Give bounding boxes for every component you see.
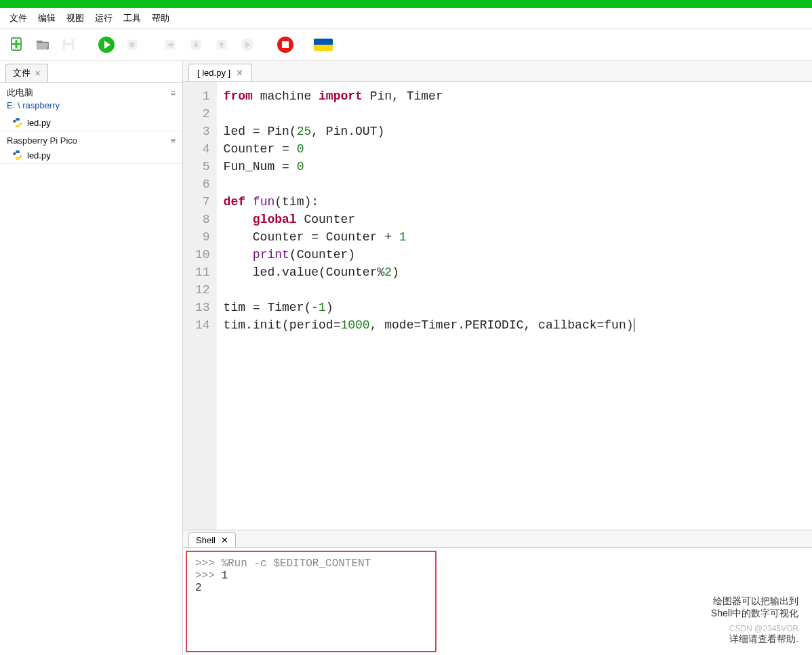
info-line: 绘图器可以把输出到 — [453, 595, 798, 608]
main-pane: [ led.py ] ✕ 1234567891011121314 from ma… — [183, 61, 812, 655]
python-file-icon — [12, 150, 23, 161]
menu-icon[interactable]: ≡ — [170, 88, 176, 98]
close-icon[interactable]: ✕ — [221, 535, 228, 545]
svg-point-6 — [129, 42, 134, 47]
line-gutter: 1234567891011121314 — [183, 82, 217, 530]
ukraine-flag-icon — [314, 39, 333, 51]
info-line: 详细请查看帮助. — [453, 633, 798, 646]
file-name: led.py — [27, 118, 51, 128]
stop-button[interactable] — [275, 35, 296, 55]
workarea: 文件 ✕ 此电脑 ≡ E: \ raspberry — [0, 61, 812, 655]
filegroup-title: Raspberry Pi Pico — [7, 135, 77, 146]
menu-tools[interactable]: 工具 — [119, 11, 145, 26]
resume-button[interactable] — [237, 35, 258, 55]
close-icon[interactable]: ✕ — [236, 68, 243, 78]
menu-run[interactable]: 运行 — [91, 11, 117, 26]
editor-tab-label: [ led.py ] — [197, 68, 230, 78]
titlebar — [0, 0, 812, 8]
toolbar — [0, 29, 812, 61]
step-into-button[interactable] — [186, 35, 206, 55]
step-out-button[interactable] — [211, 35, 232, 55]
shell-tab-label: Shell — [196, 535, 216, 545]
editor-tab[interactable]: [ led.py ] ✕ — [188, 64, 252, 81]
sidebar-tab-files[interactable]: 文件 ✕ — [5, 64, 48, 82]
svg-rect-12 — [282, 41, 289, 48]
shell-output[interactable]: >>> %Run -c $EDITOR_CONTENT>>> 1 2 — [186, 551, 437, 652]
code-area[interactable]: from machine import Pin, Timer led = Pin… — [217, 82, 634, 530]
menu-help[interactable]: 帮助 — [148, 11, 174, 26]
python-file-icon — [12, 117, 23, 128]
svg-rect-2 — [65, 39, 71, 43]
menubar: 文件 编辑 视图 运行 工具 帮助 — [0, 8, 812, 29]
file-item[interactable]: led.py — [0, 147, 182, 163]
close-icon[interactable]: ✕ — [35, 69, 41, 78]
debug-button[interactable] — [122, 35, 142, 55]
file-item[interactable]: led.py — [0, 114, 182, 131]
shell-tab[interactable]: Shell ✕ — [188, 532, 236, 547]
support-ukraine-button[interactable] — [313, 35, 333, 55]
filegroup-title: 此电脑 — [7, 87, 33, 99]
menu-icon[interactable]: ≡ — [170, 135, 176, 146]
save-button[interactable] — [58, 35, 79, 55]
watermark: CSDN @2345VOR — [453, 624, 798, 633]
info-line: Shell中的数字可视化 — [453, 608, 798, 620]
step-over-button[interactable] — [160, 35, 180, 55]
sidebar: 文件 ✕ 此电脑 ≡ E: \ raspberry — [0, 61, 183, 655]
sidebar-tab-label: 文件 — [13, 67, 31, 79]
open-file-button[interactable] — [33, 35, 53, 55]
bottom-pane: Shell ✕ >>> %Run -c $EDITOR_CONTENT>>> 1… — [183, 530, 812, 655]
menu-edit[interactable]: 编辑 — [34, 11, 60, 26]
svg-rect-3 — [65, 45, 73, 50]
filegroup-path[interactable]: E: \ raspberry — [0, 100, 182, 114]
new-file-button[interactable] — [7, 35, 27, 55]
app-window: 文件 编辑 视图 运行 工具 帮助 — [0, 0, 812, 655]
run-button[interactable] — [96, 35, 117, 55]
info-pane: 绘图器可以把输出到 Shell中的数字可视化 CSDN @2345VOR 详细请… — [439, 548, 812, 655]
file-list: 此电脑 ≡ E: \ raspberry led.py — [0, 83, 182, 655]
file-name: led.py — [27, 150, 51, 161]
code-editor[interactable]: 1234567891011121314 from machine import … — [183, 82, 812, 530]
menu-file[interactable]: 文件 — [5, 11, 31, 26]
menu-view[interactable]: 视图 — [62, 11, 88, 26]
